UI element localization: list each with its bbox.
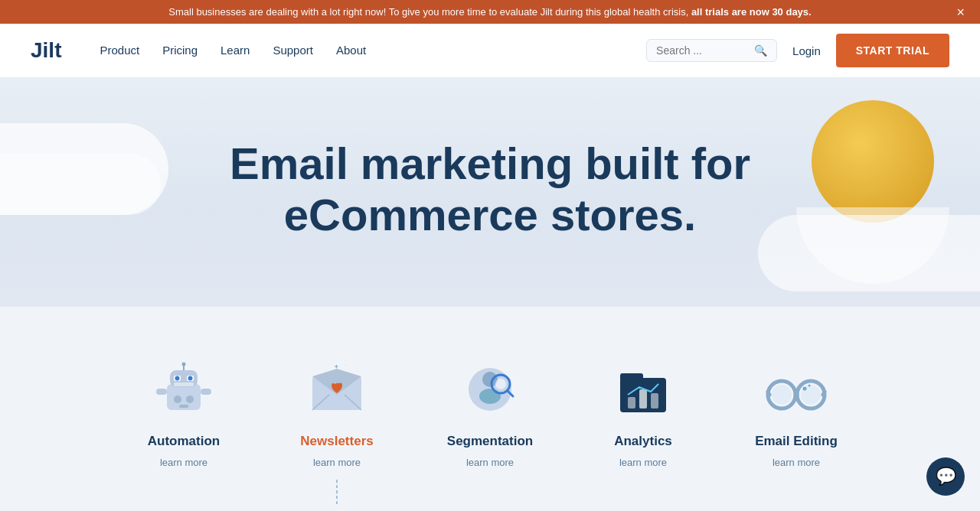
search-input[interactable]	[656, 44, 748, 57]
nav-item-pricing[interactable]: Pricing	[162, 44, 198, 57]
email-editing-title: Email Editing	[755, 434, 838, 449]
svg-rect-12	[156, 389, 167, 395]
automation-learn-more[interactable]: learn more	[160, 457, 207, 468]
svg-rect-13	[201, 389, 211, 395]
chat-icon: 💬	[936, 467, 956, 487]
svg-point-41	[808, 384, 811, 386]
analytics-learn-more[interactable]: learn more	[619, 457, 667, 468]
nav-links: Product Pricing Learn Support About	[100, 44, 646, 57]
email-editing-icon	[762, 360, 831, 421]
search-icon: 🔍	[754, 44, 767, 57]
svg-point-23	[482, 372, 498, 387]
main-nav: Jilt Product Pricing Learn Support About…	[0, 24, 980, 77]
cloud-decoration-right	[758, 215, 980, 291]
start-trial-button[interactable]: START TRIAL	[836, 34, 949, 67]
nav-item-product[interactable]: Product	[100, 44, 139, 57]
nav-item-learn[interactable]: Learn	[220, 44, 250, 57]
gold-circle-decoration	[812, 100, 934, 223]
logo[interactable]: Jilt	[31, 38, 61, 63]
newsletters-icon: ✦ · ·	[302, 360, 371, 421]
cloud-decoration-left2	[0, 154, 161, 215]
svg-point-10	[186, 395, 194, 403]
svg-rect-8	[174, 382, 194, 386]
svg-point-7	[188, 376, 193, 380]
segmentation-learn-more[interactable]: learn more	[466, 457, 514, 468]
preview-area	[0, 506, 980, 511]
features-section: Automation learn more ✦ · · Newsletters	[0, 307, 980, 506]
svg-rect-32	[651, 393, 658, 408]
svg-line-39	[823, 392, 825, 395]
automation-title: Automation	[148, 434, 220, 449]
feature-newsletters: ✦ · · Newsletters learn more	[264, 353, 410, 476]
chat-bubble-button[interactable]: 💬	[926, 457, 965, 496]
nav-item-support[interactable]: Support	[273, 44, 313, 57]
analytics-icon	[609, 360, 678, 421]
feature-analytics: Analytics learn more	[570, 353, 716, 476]
login-link[interactable]: Login	[792, 44, 821, 57]
svg-point-3	[182, 362, 186, 366]
feature-email-editing: Email Editing learn more	[724, 353, 869, 476]
automation-icon	[149, 360, 218, 421]
announcement-banner: Small businesses are dealing with a lot …	[0, 0, 980, 24]
svg-text:·: ·	[345, 363, 346, 367]
svg-rect-31	[639, 389, 647, 408]
svg-point-26	[495, 379, 506, 389]
segmentation-title: Segmentation	[447, 434, 533, 449]
banner-text: Small businesses are dealing with a lot …	[168, 6, 811, 18]
svg-point-24	[479, 389, 501, 404]
svg-text:·: ·	[325, 368, 325, 373]
svg-point-34	[772, 385, 792, 405]
hero-title: Email marketing built for eCommerce stor…	[222, 138, 758, 240]
nav-item-about[interactable]: About	[336, 44, 366, 57]
svg-rect-11	[179, 405, 188, 408]
svg-line-38	[768, 392, 769, 395]
banner-close-button[interactable]: ×	[956, 4, 965, 20]
svg-point-40	[803, 386, 807, 390]
svg-rect-29	[620, 373, 643, 381]
feature-automation: Automation learn more	[111, 353, 256, 476]
svg-point-6	[175, 376, 180, 380]
svg-rect-30	[628, 397, 635, 408]
svg-point-9	[174, 395, 181, 403]
svg-text:✦: ✦	[334, 363, 339, 370]
analytics-title: Analytics	[614, 434, 672, 449]
newsletters-title: Newsletters	[300, 434, 373, 449]
segmentation-icon	[456, 360, 524, 421]
feature-segmentation: Segmentation learn more	[417, 353, 563, 476]
hero-section: Email marketing built for eCommerce stor…	[0, 77, 980, 307]
search-box: 🔍	[646, 39, 777, 62]
email-editing-learn-more[interactable]: learn more	[773, 457, 820, 468]
newsletters-learn-more[interactable]: learn more	[313, 457, 361, 468]
